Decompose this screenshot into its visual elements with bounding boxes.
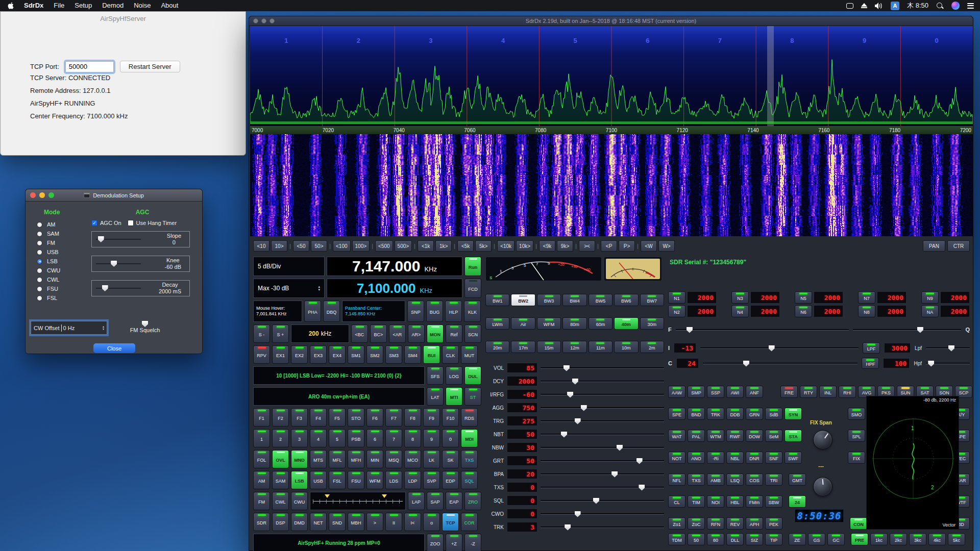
panel-button[interactable]: GS [808,533,825,545]
panel-button[interactable]: F6 [366,408,383,427]
slider-track[interactable] [541,473,664,475]
panel-button[interactable]: ZRO [464,492,481,510]
spotlight-icon[interactable] [936,2,944,10]
panel-button[interactable]: 4 [310,429,327,447]
panel-button[interactable]: RDS [461,408,478,427]
panel-button[interactable]: MFL [329,450,346,468]
panel-button[interactable]: SPE [668,408,685,420]
panel-button[interactable]: Zo1 [668,517,685,530]
panel-button[interactable]: AWI [726,386,744,398]
panel-button[interactable]: CWL [272,492,289,510]
panel-button[interactable]: SPL [848,430,865,442]
tune-step-button[interactable]: 9k> [557,240,573,252]
q-slider-handle[interactable] [917,327,923,333]
fcd-button[interactable]: FCD [464,279,481,298]
panel-button[interactable]: RFN [707,517,724,530]
panel-button[interactable]: MBH [348,513,364,531]
panel-button[interactable]: 40m [614,317,638,330]
panel-button[interactable]: LAP [408,492,425,510]
panel-button[interactable]: 2 [272,429,289,447]
panel-button[interactable]: MTS [310,450,327,468]
slider-track[interactable] [541,407,664,409]
panel-button[interactable]: BW1 [485,294,509,306]
passband-tuning-widget[interactable] [310,492,406,510]
panel-button[interactable]: TXS [688,473,705,486]
close-traffic-light[interactable] [30,192,36,198]
fm-squelch-slider[interactable]: FM Squelch [120,321,169,333]
panel-button[interactable]: BC> [370,324,387,343]
panel-button[interactable]: SdB [765,408,782,420]
slider-handle[interactable] [639,485,645,491]
panel-button[interactable]: LDP [404,471,421,489]
fix-knob[interactable] [813,477,832,496]
panel-button[interactable]: <BC [351,324,368,343]
panel-button[interactable]: RWF [726,430,744,442]
panel-button[interactable]: TIM [688,495,705,508]
panel-button[interactable]: EDP [442,471,459,489]
tune-step-button[interactable]: <500 [375,240,393,252]
panel-button[interactable]: 1kc [870,533,888,545]
panel-button[interactable]: 6 [366,429,383,447]
panel-button[interactable]: COR [461,513,478,531]
panel-button[interactable]: AAW [668,386,685,398]
panel-button[interactable]: OVL [272,450,289,468]
panel-button[interactable]: 0 [442,429,459,447]
panel-button[interactable]: AM [253,471,270,489]
mode-option[interactable]: USB [37,247,60,257]
panel-button[interactable]: FIX [848,452,865,464]
close-button[interactable]: Close [93,343,135,353]
panel-button[interactable]: BUI [423,345,440,364]
slider-track[interactable] [541,434,664,435]
f-slider-track[interactable] [676,329,849,331]
panel-button[interactable]: SAP [427,492,444,510]
panel-button[interactable]: DLL [726,533,744,545]
hpf-button[interactable]: HPF [862,358,879,369]
panel-button[interactable]: NET [310,513,327,531]
checkbox[interactable] [91,220,97,226]
slider-handle[interactable] [617,445,623,451]
panel-button[interactable]: LSQ [726,473,744,486]
panel-button[interactable]: NBL [726,452,744,464]
panel-button[interactable]: FM [253,492,270,510]
panel-button[interactable]: SWF [785,452,802,464]
menu-item[interactable]: SdrDx [19,0,48,11]
notch-button[interactable]: N1 [668,291,685,304]
slider-track[interactable] [541,487,664,488]
panel-button[interactable]: HLP [445,300,462,322]
panel-button[interactable]: 2m [640,341,664,353]
passband-marker[interactable] [382,494,387,498]
hpf-slider-handle[interactable] [928,361,934,367]
tune-step-button[interactable]: <10k [497,240,514,252]
radio-button[interactable] [37,231,42,237]
panel-button[interactable]: 20m [485,341,509,353]
panel-button[interactable]: SYN [785,408,802,420]
panel-button[interactable]: BW5 [589,294,612,306]
tune-step-button[interactable]: W> [658,240,675,252]
i-slider-track[interactable] [700,347,859,349]
slider-track[interactable] [541,394,664,395]
panel-button[interactable]: BW3 [537,294,561,306]
hang-timer-checkbox[interactable]: Use Hang Timer [128,220,177,226]
slider-track[interactable] [541,367,664,369]
panel-button[interactable]: AMB [707,473,724,486]
mode-option[interactable]: FSL [37,293,60,303]
panel-button[interactable]: MIN [366,450,383,468]
notch-button[interactable]: N2 [668,305,685,317]
agc-slider-handle[interactable] [98,236,104,242]
c-slider-track[interactable] [703,363,857,364]
panel-button[interactable]: GRN [746,408,763,420]
radio-button[interactable] [37,268,42,273]
panel-button[interactable]: F2 [272,408,289,427]
panel-button[interactable]: F4 [310,408,327,427]
panel-button[interactable]: RPV [253,345,270,364]
panel-button[interactable]: DDB [726,408,744,420]
tune-step-display[interactable]: 200kHz [291,324,349,343]
restart-server-button[interactable]: Restart Server [120,61,180,72]
max-db-display[interactable]: Max -30 dB▴▾ [253,279,325,298]
tune-step-button[interactable]: 5k> [475,240,492,252]
panel-button[interactable]: 30m [640,317,664,330]
panel-button[interactable]: LSB [291,471,308,489]
waterfall-display[interactable] [250,134,973,236]
panel-button[interactable]: ST [464,387,481,406]
panel-button[interactable]: EX4 [329,345,346,364]
